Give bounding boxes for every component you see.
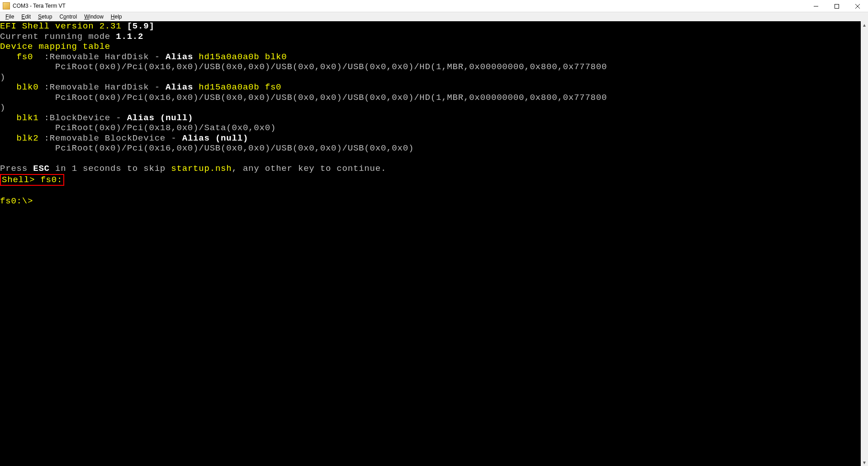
esc-key-label: ESC (33, 164, 50, 174)
svg-rect-0 (835, 4, 839, 8)
dev-blk0-type: Removable HardDisk - (50, 82, 166, 92)
maximize-button[interactable] (826, 0, 847, 12)
running-mode-label: Current running mode (0, 32, 116, 42)
title-bar: COM3 - Tera Term VT (0, 0, 868, 12)
menu-edit[interactable]: Edit (18, 13, 34, 21)
window-title: COM3 - Tera Term VT (13, 3, 66, 9)
dev-blk2-alias: (null) (215, 133, 248, 143)
dev-fs0-type: Removable HardDisk - (50, 52, 166, 62)
dev-blk2-path: PciRoot(0x0)/Pci(0x16,0x0)/USB(0x0,0x0)/… (0, 143, 414, 153)
fs0-prompt: fs0:\> (0, 196, 33, 206)
dev-fs0-path: PciRoot(0x0)/Pci(0x16,0x0)/USB(0x0,0x0)/… (0, 62, 607, 72)
terminal[interactable]: EFI Shell version 2.31 [5.9] Current run… (0, 21, 861, 466)
app-icon (3, 2, 10, 9)
dev-fs0-alias: hd15a0a0a0b blk0 (199, 52, 287, 62)
efi-header-bracket: [5.9] (127, 21, 155, 31)
dev-blk2-name: blk2 (17, 133, 39, 143)
window-controls (806, 0, 868, 12)
shell-input: fs0: (40, 175, 62, 185)
startup-script: startup.nsh (171, 164, 232, 174)
efi-header-prefix: EFI Shell version 2.31 (0, 21, 127, 31)
menu-file[interactable]: File (2, 13, 18, 21)
menu-setup[interactable]: Setup (34, 13, 56, 21)
scroll-down-icon[interactable]: ▼ (861, 459, 868, 466)
dev-blk0-path: PciRoot(0x0)/Pci(0x16,0x0)/USB(0x0,0x0)/… (0, 93, 607, 103)
device-mapping-header: Device mapping table (0, 42, 110, 52)
menu-control[interactable]: Control (56, 13, 81, 21)
scroll-up-icon[interactable]: ▲ (861, 21, 868, 28)
shell-command-highlight: Shell> fs0: (0, 174, 64, 186)
dev-blk2-type: Removable BlockDevice - (50, 133, 182, 143)
minimize-button[interactable] (806, 0, 826, 12)
menu-window[interactable]: Window (81, 13, 107, 21)
scrollbar-track[interactable] (861, 28, 868, 459)
menu-help[interactable]: Help (107, 13, 126, 21)
dev-blk1-name: blk1 (17, 113, 39, 123)
dev-blk1-type: BlockDevice - (50, 113, 127, 123)
shell-prompt: Shell> (2, 175, 40, 185)
running-mode-value: 1.1.2 (116, 32, 143, 42)
dev-fs0-name: fs0 (17, 52, 33, 62)
terminal-container: EFI Shell version 2.31 [5.9] Current run… (0, 21, 868, 466)
menu-bar: File Edit Setup Control Window Help (0, 12, 868, 21)
dev-blk1-path: PciRoot(0x0)/Pci(0x18,0x0)/Sata(0x0,0x0) (0, 123, 276, 133)
scrollbar[interactable]: ▲ ▼ (861, 21, 868, 466)
dev-blk0-alias: hd15a0a0a0b fs0 (199, 82, 281, 92)
close-button[interactable] (847, 0, 868, 12)
dev-blk1-alias: (null) (160, 113, 193, 123)
dev-blk0-name: blk0 (17, 82, 39, 92)
